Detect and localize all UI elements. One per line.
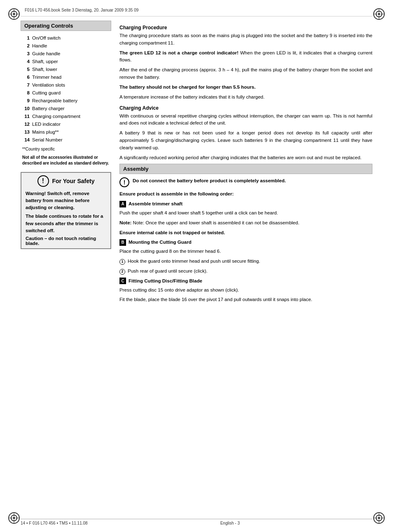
step-b-row: B Mounting the Cutting Guard [119,239,372,246]
control-item: 5Shaft, lower [22,66,110,73]
safety-warning-header: ! For Your Safety [26,175,106,187]
page-footer: 14 • F 016 L70 456 • TMS • 11.11.08 Engl… [21,519,372,525]
corner-mark-tr [372,7,386,21]
corner-mark-tl [7,7,21,21]
control-item: 1On/Off switch [22,34,110,42]
assembly-header: Assembly [119,164,372,174]
corner-mark-bl [7,511,21,525]
assembly-warning-icon: ! [119,177,129,187]
header-text: F016 L70 456.book Seite 3 Dienstag, 20. … [25,8,138,12]
footnote-accessories: Not all of the accessories illustrated o… [21,155,111,166]
control-item: 10Battery charger [22,105,110,113]
step-b-text: Place the cutting guard 8 on the trimmer… [119,248,372,255]
control-item: 3Guide handle [22,50,110,58]
corner-mark-br [372,511,386,525]
header-bar: F016 L70 456.book Seite 3 Dienstag, 20. … [21,4,372,16]
warning-caution: Caution – do not touch rotating blade. [26,236,106,246]
controls-list: 1On/Off switch2Handle3Guide handle4Shaft… [21,34,111,144]
control-item: 8Cutting guard [22,89,110,97]
safety-warning-box: ! For Your Safety Warning! Switch off, r… [21,172,111,250]
charging-para4: A temperature increase of the battery in… [119,94,372,101]
charging-bold1: The green LED 12 is not a charge control… [119,49,372,64]
content-area: Operating Controls 1On/Off switch2Handle… [21,21,372,511]
control-item: 14Serial Number [22,136,110,144]
step-a-label: A [119,201,126,207]
charging-bold2: The battery should not be charged for lo… [119,84,372,91]
charging-advice-title: Charging Advice [119,105,372,111]
operating-controls-header: Operating Controls [21,21,111,31]
step-a-text: Push the upper shaft 4 and lower shaft 5… [119,210,372,217]
charging-para3: After the end of the charging process (a… [119,66,372,81]
footnote-country: **Country specific [21,146,111,152]
step-a-row: A Assemble trimmer shaft [119,200,372,208]
step-b-2: 2 Push rear of guard until secure (click… [119,268,372,275]
control-item: 4Shaft, upper [22,58,110,66]
circle-1: 1 [119,259,125,265]
advice-para1: With continuous or several repetitive ch… [119,113,372,127]
warning-text-1: Warning! Switch off, remove battery from… [26,190,106,212]
control-item: 9Rechargeable battery [22,97,110,105]
assembly-warning: ! Do not connect the battery before prod… [119,177,372,187]
control-item: 6Trimmer head [22,73,110,81]
footer-center: English - 3 [220,521,240,525]
control-item: 2Handle [22,42,110,50]
step-c-text1: Press cutting disc 15 onto drive adaptor… [119,287,372,294]
step-b-label: B [119,239,126,246]
step-c-text2: Fit the blade, place the blade 16 over t… [119,296,372,304]
control-item: 13Mains plug** [22,128,110,136]
advice-para2: A battery 9 that is new or has not been … [119,129,372,151]
footer-left: 14 • F 016 L70 456 • TMS • 11.11.08 [21,521,88,525]
charging-procedure-title: Charging Procedure [119,25,372,31]
assembly-intro: Ensure product is assemble in the follow… [119,191,372,198]
charging-para1: The charging procedure starts as soon as… [119,32,372,47]
warning-text-2: The blade continues to rotate for a few … [26,213,106,234]
step-c-label: C [119,278,126,284]
control-item: 7Ventilation slots [22,81,110,89]
step-a-note: Note: Note: Once the upper and lower sha… [119,219,372,227]
control-item: 12LED indicator [22,120,110,128]
step-a-bold: Ensure internal cable is not trapped or … [119,229,372,237]
control-item: 11Charging compartment [22,113,110,120]
step-a-title: Assemble trimmer shaft [129,200,182,208]
advice-para3: A significantly reduced working period a… [119,154,372,162]
step-c-row: C Fitting Cutting Disc/Fitting Blade [119,278,372,285]
step-b-title: Mounting the Cutting Guard [129,239,192,246]
circle-2: 2 [119,269,125,275]
step-c-title: Fitting Cutting Disc/Fitting Blade [129,278,202,285]
left-column: Operating Controls 1On/Off switch2Handle… [21,21,111,511]
safety-title: For Your Safety [52,178,95,184]
right-column: Charging Procedure The charging procedur… [119,21,372,511]
step-b-1: 1 Hook the guard onto trimmer head and p… [119,258,372,265]
warning-icon: ! [37,175,49,187]
